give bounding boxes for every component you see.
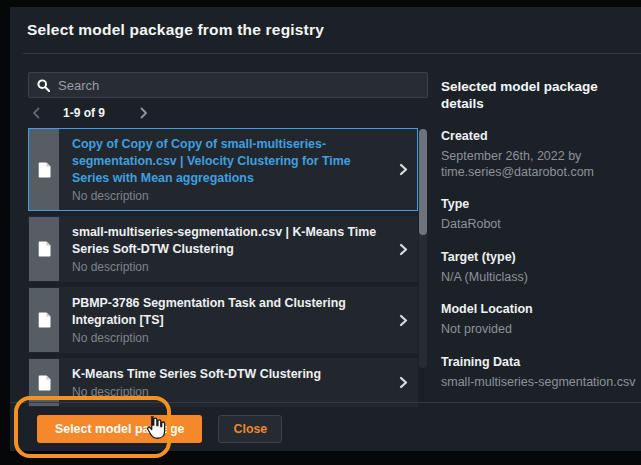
item-icon-strip	[29, 129, 59, 210]
item-body: Copy of Copy of Copy of small-multiserie…	[59, 129, 389, 210]
search-input[interactable]	[58, 78, 419, 93]
item-body: K-Means Time Series Soft-DTW Clustering …	[59, 359, 389, 406]
chevron-right-icon	[389, 217, 417, 281]
selected-package-details-panel: Selected model package details Created S…	[441, 72, 641, 390]
file-icon	[38, 312, 51, 328]
item-body: PBMP-3786 Segmentation Task and Clusteri…	[59, 288, 389, 352]
item-description: No description	[72, 331, 387, 346]
field-value: N/A (Multiclass)	[441, 270, 641, 286]
item-description: No description	[72, 189, 387, 204]
chevron-right-icon	[389, 359, 417, 406]
field-label: Created	[441, 129, 641, 144]
item-title: PBMP-3786 Segmentation Task and Clusteri…	[72, 295, 387, 329]
model-package-list: Copy of Copy of Copy of small-multiserie…	[28, 128, 428, 407]
dialog-footer: Select model package Close	[37, 415, 282, 443]
detail-field-target-type: Target (type) N/A (Multiclass)	[441, 250, 641, 286]
chevron-left-icon	[32, 107, 41, 119]
dialog-title: Select model package from the registry	[27, 21, 324, 39]
item-icon-strip	[29, 288, 59, 352]
field-label: Training Data	[441, 355, 641, 370]
file-icon	[38, 241, 51, 257]
file-icon	[38, 375, 51, 391]
chevron-right-icon	[139, 107, 148, 119]
detail-field-model-location: Model Location Not provided	[441, 302, 641, 338]
item-title: K-Means Time Series Soft-DTW Clustering	[72, 366, 387, 383]
list-item[interactable]: Copy of Copy of Copy of small-multiserie…	[28, 128, 418, 211]
field-value: Not provided	[441, 322, 641, 338]
field-value: small-multiseries-segmentation.csv	[441, 375, 641, 391]
item-icon-strip	[29, 217, 59, 281]
detail-field-created: Created September 26th, 2022 by time.ser…	[441, 129, 641, 180]
pagination-range-label: 1-9 of 9	[63, 106, 105, 120]
list-item[interactable]: small-multiseries-segmentation.csv | K-M…	[28, 216, 418, 282]
details-heading: Selected model package details	[441, 78, 641, 112]
item-description: No description	[72, 260, 387, 275]
item-body: small-multiseries-segmentation.csv | K-M…	[59, 217, 389, 281]
item-title: Copy of Copy of Copy of small-multiserie…	[72, 136, 387, 187]
item-icon-strip	[29, 359, 59, 406]
list-item[interactable]: K-Means Time Series Soft-DTW Clustering …	[28, 358, 418, 407]
chevron-right-icon	[389, 129, 417, 210]
item-description: No description	[72, 385, 387, 400]
list-item[interactable]: PBMP-3786 Segmentation Task and Clusteri…	[28, 287, 418, 353]
search-box	[28, 72, 428, 98]
chevron-right-icon	[389, 288, 417, 352]
pagination-next-button[interactable]	[135, 105, 152, 121]
field-label: Model Location	[441, 302, 641, 317]
file-icon	[38, 162, 51, 178]
screen: Select model package from the registry 1…	[0, 0, 641, 465]
close-button[interactable]: Close	[218, 415, 282, 443]
detail-field-type: Type DataRobot	[441, 197, 641, 233]
title-divider	[23, 53, 641, 54]
list-scrollbar-track[interactable]	[419, 129, 427, 368]
item-title: small-multiseries-segmentation.csv | K-M…	[72, 224, 387, 258]
select-model-package-button[interactable]: Select model package	[37, 415, 202, 443]
detail-field-training-data: Training Data small-multiseries-segmenta…	[441, 355, 641, 391]
pagination-prev-button[interactable]	[28, 105, 45, 121]
field-label: Target (type)	[441, 250, 641, 265]
pagination: 1-9 of 9	[28, 100, 428, 126]
list-scrollbar-thumb[interactable]	[419, 129, 427, 235]
search-icon	[37, 79, 50, 92]
package-list-panel: 1-9 of 9 Copy of Copy	[28, 72, 428, 412]
field-label: Type	[441, 197, 641, 212]
footer-divider	[10, 402, 641, 403]
field-value: September 26th, 2022 by time.series@data…	[441, 149, 641, 180]
select-model-package-dialog: Select model package from the registry 1…	[10, 7, 641, 451]
field-value: DataRobot	[441, 217, 641, 233]
